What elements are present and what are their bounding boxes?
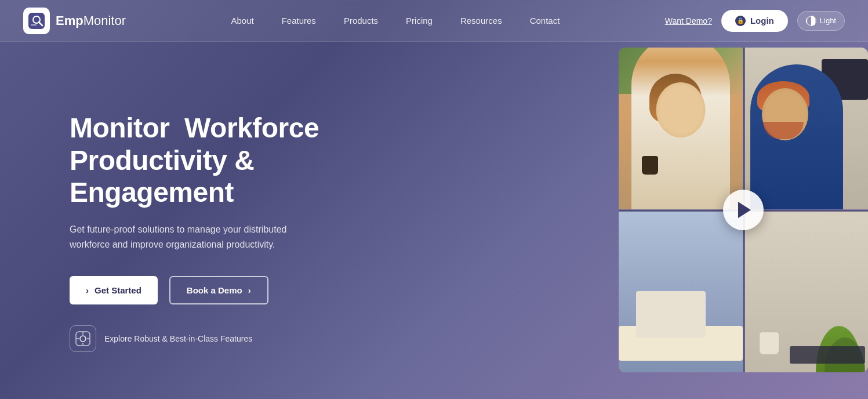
nav-item-pricing[interactable]: Pricing bbox=[406, 16, 433, 26]
nav-item-about[interactable]: About bbox=[231, 16, 253, 26]
nav-item-products[interactable]: Products bbox=[344, 16, 378, 26]
image-top-left bbox=[619, 48, 743, 209]
keyboard bbox=[790, 346, 865, 364]
book-demo-button[interactable]: Book a Demo › bbox=[169, 276, 268, 304]
hero-features: Explore Robust & Best-in-Class Features bbox=[70, 325, 359, 352]
image-bottom-left bbox=[619, 211, 743, 373]
nav-links: About Features Products Pricing Resource… bbox=[231, 16, 560, 26]
lock-icon: 🔒 bbox=[735, 16, 746, 26]
hero-section: Monitor WorkforceProductivity & Engageme… bbox=[0, 42, 868, 399]
image-top-right bbox=[744, 48, 869, 209]
navbar: EmpMonitor About Features Products Prici… bbox=[0, 0, 868, 42]
hero-buttons: › Get Started Book a Demo › bbox=[70, 276, 359, 304]
chevron-right-icon-2: › bbox=[248, 285, 251, 295]
hero-title: Monitor WorkforceProductivity & Engageme… bbox=[70, 112, 359, 208]
image-bottom-right bbox=[744, 211, 869, 373]
logo-icon bbox=[23, 8, 50, 34]
mug bbox=[759, 332, 779, 355]
hero-subtitle: Get future-proof solutions to manage you… bbox=[70, 222, 325, 253]
svg-point-5 bbox=[80, 336, 86, 342]
theme-icon bbox=[806, 16, 816, 26]
hero-images bbox=[619, 48, 868, 372]
want-demo-link[interactable]: Want Demo? bbox=[665, 16, 712, 26]
hero-content: Monitor WorkforceProductivity & Engageme… bbox=[70, 112, 359, 351]
laptop bbox=[636, 291, 706, 338]
brand: EmpMonitor bbox=[23, 8, 126, 34]
theme-toggle-button[interactable]: Light bbox=[797, 11, 845, 31]
nav-right: Want Demo? 🔒 Login Light bbox=[665, 10, 845, 32]
coffee-cup bbox=[642, 156, 658, 175]
hero-features-text: Explore Robust & Best-in-Class Features bbox=[104, 334, 252, 343]
play-button[interactable] bbox=[723, 190, 764, 230]
logo-text: EmpMonitor bbox=[56, 13, 126, 28]
login-button[interactable]: 🔒 Login bbox=[721, 10, 788, 32]
chevron-right-icon: › bbox=[86, 285, 89, 295]
svg-rect-3 bbox=[31, 24, 37, 26]
nav-item-contact[interactable]: Contact bbox=[530, 16, 560, 26]
nav-item-features[interactable]: Features bbox=[282, 16, 316, 26]
get-started-button[interactable]: › Get Started bbox=[70, 276, 158, 304]
svg-rect-0 bbox=[28, 13, 45, 29]
head-1 bbox=[656, 82, 705, 137]
nav-item-resources[interactable]: Resources bbox=[460, 16, 502, 26]
features-icon-box bbox=[70, 325, 96, 352]
